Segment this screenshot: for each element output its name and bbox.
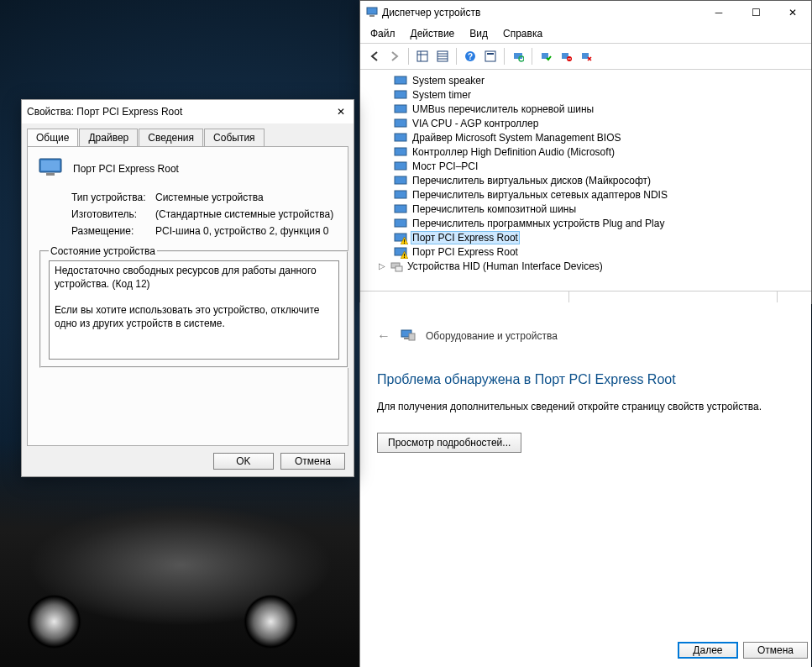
svg-rect-11: [485, 51, 495, 61]
disable-device-icon[interactable]: [557, 47, 575, 66]
cancel-button[interactable]: Отмена: [280, 453, 345, 470]
menu-view[interactable]: Вид: [463, 26, 495, 41]
svg-rect-23: [395, 119, 406, 127]
svg-rect-40: [404, 338, 409, 339]
tab-driver[interactable]: Драйвер: [79, 129, 138, 146]
properties-dialog: Свойства: Порт PCI Express Root ✕ Общие …: [21, 99, 354, 477]
minimize-button[interactable]: ─: [700, 1, 737, 24]
back-icon[interactable]: [365, 47, 384, 66]
label-location: Размещение:: [71, 225, 155, 237]
ok-button[interactable]: OK: [213, 453, 274, 470]
device-name: Порт PCI Express Root: [73, 163, 179, 175]
value-location: PCI-шина 0, устройство 2, функция 0: [155, 225, 329, 237]
svg-rect-26: [395, 162, 406, 170]
props-title: Свойства: Порт PCI Express Root: [27, 106, 182, 118]
troubleshooter-panel: ← Оборудование и устройства Проблема обн…: [359, 302, 811, 667]
tree-item[interactable]: ! Порт PCI Express Root: [394, 244, 811, 259]
tree-item[interactable]: Драйвер Microsoft System Management BIOS: [394, 130, 811, 144]
tab-general[interactable]: Общие: [27, 129, 78, 146]
svg-rect-44: [46, 173, 55, 176]
device-status-group: Состояние устройства Недостаточно свобод…: [39, 245, 348, 368]
uninstall-device-icon[interactable]: [577, 47, 595, 66]
tree-item[interactable]: VIA CPU - AGP контроллер: [394, 116, 811, 130]
tree-item[interactable]: Перечислитель композитной шины: [394, 202, 811, 216]
warning-overlay-icon: !: [401, 251, 408, 259]
svg-rect-12: [487, 53, 494, 55]
scan-hardware-icon[interactable]: [509, 47, 527, 66]
menu-file[interactable]: Файл: [364, 26, 402, 41]
svg-rect-38: [396, 266, 402, 271]
view-details-icon[interactable]: [413, 47, 432, 66]
tab-events[interactable]: События: [204, 129, 265, 146]
device-manager-window: Диспетчер устройств ─ ☐ ✕ Файл Действие …: [359, 0, 812, 304]
label-manufacturer: Изготовитель:: [71, 208, 155, 220]
help-icon[interactable]: ?: [461, 47, 479, 66]
hid-category-icon: [390, 260, 404, 272]
svg-rect-1: [369, 15, 375, 17]
svg-rect-43: [41, 160, 60, 171]
svg-rect-27: [395, 176, 406, 184]
tree-item[interactable]: Контроллер High Definition Audio (Micros…: [394, 144, 811, 159]
next-button[interactable]: Далее: [678, 642, 738, 659]
troubleshoot-category-icon: [401, 328, 416, 344]
warning-overlay-icon: !: [401, 237, 408, 244]
svg-rect-21: [395, 91, 406, 98]
label-type: Тип устройства:: [71, 192, 155, 203]
tree-item[interactable]: System timer: [394, 87, 811, 102]
tab-details[interactable]: Сведения: [139, 129, 203, 146]
props-titlebar[interactable]: Свойства: Порт PCI Express Root ✕: [22, 100, 354, 123]
menu-action[interactable]: Действие: [404, 26, 462, 41]
devmgr-title: Диспетчер устройств: [382, 7, 480, 18]
svg-rect-29: [395, 205, 406, 213]
enable-device-icon[interactable]: [537, 47, 555, 66]
tree-item[interactable]: UMBus перечислитель корневой шины: [394, 102, 811, 116]
devmgr-app-icon: [365, 5, 379, 21]
close-button[interactable]: ✕: [328, 100, 354, 123]
svg-rect-30: [395, 219, 406, 227]
tree-item-selected[interactable]: ! Порт PCI Express Root: [394, 230, 811, 244]
tree-category[interactable]: ▷ Устройства HID (Human Interface Device…: [379, 259, 811, 273]
device-status-text[interactable]: Недостаточно свободных ресурсов для рабо…: [49, 260, 339, 360]
svg-rect-24: [395, 134, 406, 141]
devmgr-menubar: Файл Действие Вид Справка: [360, 24, 811, 44]
props-tab-body: Порт PCI Express Root Тип устройства:Сис…: [27, 146, 348, 446]
svg-rect-2: [417, 51, 427, 61]
tree-item[interactable]: Перечислитель виртуальных дисков (Майкро…: [394, 173, 811, 187]
value-manufacturer: (Стандартные системные устройства): [155, 208, 333, 220]
svg-rect-28: [395, 191, 406, 198]
device-icon: [38, 157, 65, 180]
svg-rect-19: [582, 53, 589, 59]
svg-rect-22: [395, 105, 406, 113]
tree-item[interactable]: Перечислитель программных устройств Plug…: [394, 216, 811, 230]
troubleshoot-message: Для получения дополнительных сведений от…: [377, 401, 794, 412]
close-button[interactable]: ✕: [774, 1, 811, 24]
troubleshoot-breadcrumb: Оборудование и устройства: [426, 330, 558, 342]
back-arrow-icon[interactable]: ←: [377, 328, 390, 344]
svg-text:!: !: [403, 239, 405, 244]
value-type: Системные устройства: [155, 192, 264, 203]
menu-help[interactable]: Справка: [496, 26, 549, 41]
view-list-icon[interactable]: [433, 47, 452, 66]
devmgr-statusbar: [360, 291, 811, 303]
properties-icon[interactable]: [481, 47, 500, 66]
svg-text:!: !: [403, 253, 405, 259]
props-tabs: Общие Драйвер Сведения События: [22, 123, 354, 146]
cancel-button[interactable]: Отмена: [743, 642, 808, 659]
svg-rect-41: [409, 334, 415, 340]
svg-rect-20: [395, 76, 406, 84]
device-tree[interactable]: System speaker System timer UMBus перечи…: [360, 70, 811, 291]
view-details-button[interactable]: Просмотр подробностей...: [377, 433, 521, 453]
maximize-button[interactable]: ☐: [737, 1, 774, 24]
chevron-right-icon[interactable]: ▷: [379, 261, 387, 270]
svg-rect-0: [367, 8, 377, 14]
devmgr-toolbar: ?: [360, 44, 811, 70]
tree-item[interactable]: Мост PCI–PCI: [394, 159, 811, 173]
svg-text:?: ?: [468, 52, 473, 61]
tree-item[interactable]: System speaker: [394, 73, 811, 87]
forward-icon[interactable]: [385, 47, 404, 66]
device-status-legend: Состояние устройства: [49, 245, 157, 257]
troubleshoot-heading: Проблема обнаружена в Порт PCI Express R…: [377, 372, 794, 387]
devmgr-titlebar[interactable]: Диспетчер устройств ─ ☐ ✕: [360, 1, 811, 24]
tree-item[interactable]: Перечислитель виртуальных сетевых адапте…: [394, 187, 811, 202]
svg-rect-25: [395, 148, 406, 155]
